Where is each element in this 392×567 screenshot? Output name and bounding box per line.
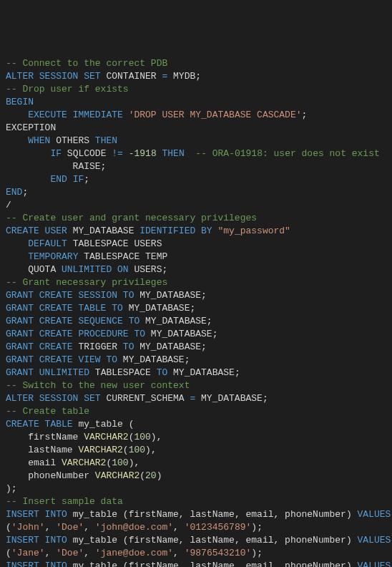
code-token: ALTER SESSION SET	[6, 393, 101, 404]
code-line: EXECUTE IMMEDIATE 'DROP USER MY_DATABASE…	[6, 109, 386, 122]
code-token: VALUES	[358, 509, 391, 520]
code-token: THEN	[162, 148, 185, 159]
code-token: my_table	[73, 419, 129, 430]
code-token: )	[251, 548, 257, 558]
code-token: IF	[50, 148, 62, 159]
code-token: ,	[157, 432, 162, 442]
code-token: MY_DATABASE;	[117, 354, 190, 365]
code-line: GRANT CREATE SESSION TO MY_DATABASE;	[6, 289, 386, 302]
code-token: firstName, lastName, email, phoneNumber	[129, 535, 346, 546]
code-editor[interactable]: -- Connect to the correct PDBALTER SESSI…	[6, 57, 386, 567]
code-line: GRANT CREATE TABLE TO MY_DATABASE;	[6, 302, 386, 315]
code-token: 'Jane'	[11, 548, 45, 558]
code-token: "my_password"	[217, 226, 290, 236]
code-token: GRANT CREATE PROCEDURE TO	[6, 329, 145, 339]
code-token: INSERT INTO	[6, 535, 67, 546]
code-token	[6, 174, 50, 185]
code-line: ('Jane', 'Doe', 'jane@doe.com', '9876543…	[6, 547, 386, 560]
code-token: CREATE TABLE	[6, 419, 73, 430]
code-token: UNLIMITED ON	[62, 264, 129, 275]
code-token	[157, 148, 162, 159]
code-token: GRANT CREATE SEQUENCE TO	[6, 316, 139, 326]
code-token: )	[145, 445, 151, 455]
code-token: phoneNumber	[6, 470, 95, 481]
code-token: 'Doe'	[56, 522, 84, 533]
code-token: )	[157, 470, 162, 481]
code-token: INSERT INTO	[6, 561, 67, 567]
code-line: /	[6, 199, 386, 212]
code-token: ,	[134, 457, 139, 468]
code-token: ,	[173, 548, 185, 558]
code-token: )	[346, 535, 352, 546]
code-line: BEGIN	[6, 96, 386, 109]
code-token: TO	[157, 367, 168, 378]
code-token: END	[6, 187, 22, 198]
code-line: email VARCHAR2(100),	[6, 457, 386, 470]
code-token: '0123456789'	[185, 522, 252, 533]
code-token: 20	[145, 470, 157, 481]
code-token: ,	[45, 522, 57, 533]
code-token: GRANT CREATE	[6, 341, 73, 352]
code-token: MY_DATABASE;	[195, 393, 268, 404]
code-line: INSERT INTO my_table (firstName, lastNam…	[6, 534, 386, 547]
code-line: TEMPORARY TABLESPACE TEMP	[6, 251, 386, 263]
code-line: -- Drop user if exists	[6, 83, 386, 96]
code-token: MY_DATABASE;	[145, 329, 217, 339]
code-line: ('John', 'Doe', 'john@doe.com', '0123456…	[6, 521, 386, 534]
code-token: -- Create user and grant necessary privi…	[6, 213, 257, 223]
code-token: ,	[151, 445, 157, 455]
code-token	[352, 509, 358, 520]
code-token: EXCEPTION	[6, 122, 56, 133]
code-token	[6, 251, 28, 262]
code-token: QUOTA	[6, 264, 62, 275]
code-token: ,	[45, 548, 57, 558]
code-token: VARCHAR2	[95, 470, 139, 481]
code-token	[352, 535, 358, 546]
code-line: phoneNumber VARCHAR2(20)	[6, 470, 386, 483]
code-line: QUOTA UNLIMITED ON USERS;	[6, 263, 386, 276]
code-token: -- Insert sample data	[6, 496, 123, 507]
code-token: MYDB	[167, 71, 195, 82]
code-token: TO	[123, 341, 134, 352]
code-token: )	[151, 432, 157, 442]
code-token: firstName	[6, 432, 84, 442]
code-token: -- Grant necessary privileges	[6, 277, 167, 288]
code-token: 100	[129, 445, 145, 455]
code-line: IF SQLCODE != -1918 THEN -- ORA-01918: u…	[6, 147, 386, 160]
code-token: GRANT CREATE VIEW TO	[6, 354, 117, 365]
code-token: -- Switch to the new user context	[6, 380, 190, 391]
code-line: INSERT INTO my_table (firstName, lastNam…	[6, 508, 386, 521]
code-line: ALTER SESSION SET CURRENT_SCHEMA = MY_DA…	[6, 392, 386, 405]
code-token	[6, 238, 28, 249]
code-line: EXCEPTION	[6, 122, 386, 135]
code-token: CONTAINER	[101, 71, 162, 82]
code-token: IDENTIFIED BY	[139, 226, 212, 236]
code-line: END IF;	[6, 173, 386, 186]
code-token: CURRENT_SCHEMA	[101, 393, 190, 404]
code-token: 100	[112, 457, 128, 468]
code-token: MY_DATABASE;	[139, 316, 212, 326]
code-token: -- Drop user if exists	[6, 84, 129, 94]
code-line: firstName VARCHAR2(100),	[6, 431, 386, 444]
code-token: firstName, lastName, email, phoneNumber	[129, 561, 346, 567]
code-token: 'john@doe.com'	[95, 522, 173, 533]
code-token: (	[123, 509, 129, 520]
code-token: END IF	[50, 174, 84, 185]
code-line: GRANT CREATE PROCEDURE TO MY_DATABASE;	[6, 328, 386, 341]
code-token: VALUES	[358, 535, 391, 546]
code-token: 'John'	[11, 522, 45, 533]
code-token: BEGIN	[6, 97, 34, 107]
code-line: );	[6, 483, 386, 495]
code-token: MY_DATABASE;	[167, 367, 240, 378]
code-token: )	[251, 522, 257, 533]
code-line: GRANT CREATE SEQUENCE TO MY_DATABASE;	[6, 315, 386, 328]
code-line: CREATE TABLE my_table (	[6, 418, 386, 431]
code-line: -- Switch to the new user context	[6, 379, 386, 392]
code-token: MY_DATABASE;	[123, 303, 195, 314]
code-token: TABLESPACE TEMP	[78, 251, 167, 262]
code-line: -- Create table	[6, 405, 386, 418]
code-token: (	[139, 470, 145, 481]
code-line: WHEN OTHERS THEN	[6, 135, 386, 147]
code-token: (	[6, 522, 11, 533]
code-token: RAISE;	[6, 161, 106, 172]
